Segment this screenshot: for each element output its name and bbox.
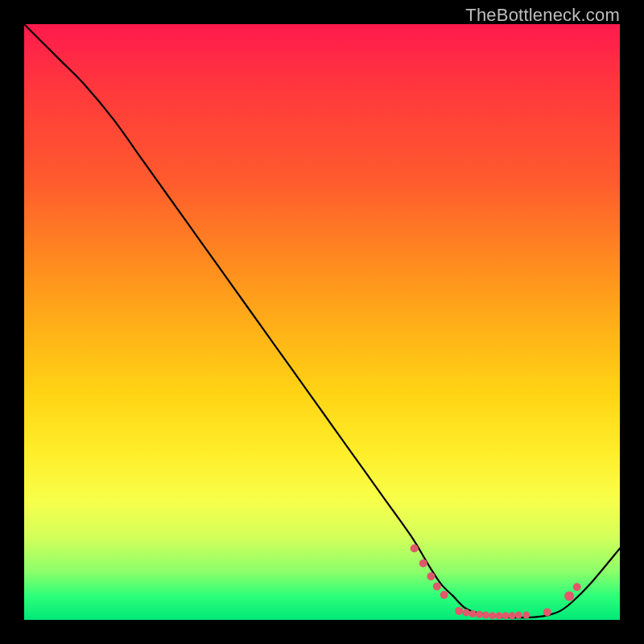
marker-dot (440, 591, 448, 599)
plot-area (24, 24, 620, 620)
marker-dot (495, 612, 502, 619)
marker-dot (573, 583, 581, 591)
marker-dot (419, 559, 427, 568)
marker-dot (509, 612, 516, 619)
chart-svg (24, 24, 620, 620)
marker-dot (515, 612, 522, 619)
marker-dot (463, 609, 470, 617)
marker-dot (564, 591, 574, 601)
marker-dot (427, 572, 435, 580)
bottleneck-curve (24, 24, 620, 617)
marker-dot (411, 544, 419, 552)
marker-dot (469, 610, 477, 617)
marker-dots (411, 544, 581, 619)
marker-dot (502, 612, 509, 619)
marker-dot (455, 607, 463, 615)
marker-dot (489, 612, 496, 619)
marker-dot (543, 608, 551, 616)
marker-dot (476, 611, 483, 618)
chart-frame: TheBottleneck.com (0, 0, 644, 644)
watermark-text: TheBottleneck.com (465, 5, 620, 26)
marker-dot (433, 583, 441, 591)
marker-dot (482, 612, 489, 619)
marker-dot (522, 612, 530, 619)
